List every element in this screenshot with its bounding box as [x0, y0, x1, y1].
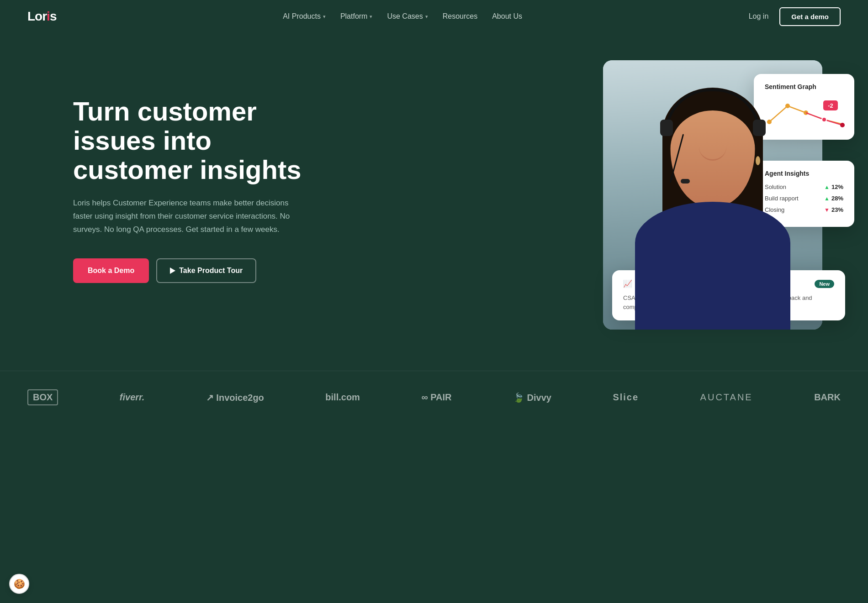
svg-point-3 [822, 117, 826, 122]
logo-auctane: AUCTANE [700, 392, 753, 403]
hero-section: Turn customer issues into customer insig… [0, 33, 868, 371]
trend-chart-icon: 📈 [623, 279, 632, 288]
logo-box: BOX [27, 389, 58, 405]
navbar: Loris AI Products ▾ Platform ▾ Use Cases… [0, 0, 868, 33]
svg-point-0 [767, 120, 772, 124]
nav-links: AI Products ▾ Platform ▾ Use Cases ▾ Res… [283, 12, 522, 21]
nav-about[interactable]: About Us [492, 12, 522, 21]
logo-pair: ∞ PAIR [421, 392, 451, 403]
get-demo-button[interactable]: Get a demo [779, 7, 841, 26]
logo[interactable]: Loris [27, 9, 56, 24]
book-demo-button[interactable]: Book a Demo [73, 258, 149, 283]
logo-billdotcom: bill.com [325, 392, 360, 403]
svg-point-4 [840, 123, 845, 127]
logo-fiverr: fiverr. [120, 392, 144, 403]
play-icon [170, 267, 175, 274]
trend-up-icon: ▲ [824, 195, 830, 202]
hero-left: Turn customer issues into customer insig… [73, 60, 329, 283]
nav-ai-products[interactable]: AI Products ▾ [283, 12, 326, 21]
nav-use-cases[interactable]: Use Cases ▾ [387, 12, 428, 21]
hero-title: Turn customer issues into customer insig… [73, 97, 329, 184]
logo-divvy: 🍃 Divvy [513, 392, 551, 403]
sentiment-chart: -2 [765, 97, 847, 129]
logo-bark: BARK [814, 392, 841, 403]
chevron-down-icon: ▾ [370, 14, 372, 20]
trend-up-icon: ▲ [824, 184, 830, 190]
agent-row-closing: Closing ▼ 23% [765, 206, 843, 213]
nav-resources[interactable]: Resources [443, 12, 477, 21]
logo-invoice2go: ↗ Invoice2go [206, 392, 264, 403]
nav-actions: Log in Get a demo [749, 7, 841, 26]
hero-right: Sentiment Graph -2 Agent Insights [603, 60, 841, 334]
logos-bar: BOX fiverr. ↗ Invoice2go bill.com ∞ PAIR… [0, 371, 868, 424]
chevron-down-icon: ▾ [323, 14, 326, 20]
trend-down-icon: ▼ [824, 207, 830, 213]
nav-platform[interactable]: Platform ▾ [340, 12, 373, 21]
svg-point-1 [785, 104, 790, 108]
sentiment-graph-card: Sentiment Graph -2 [754, 74, 854, 140]
logo-slice: Slice [613, 392, 639, 403]
sentiment-title: Sentiment Graph [765, 83, 843, 90]
svg-text:-2: -2 [828, 102, 833, 109]
login-button[interactable]: Log in [749, 12, 769, 21]
new-badge: New [815, 280, 834, 288]
hero-buttons: Book a Demo Take Product Tour [73, 258, 329, 283]
chevron-down-icon: ▾ [425, 14, 428, 20]
agent-row-solution: Solution ▲ 12% [765, 184, 843, 190]
agent-insights-title: Agent Insights [765, 170, 843, 177]
product-tour-button[interactable]: Take Product Tour [156, 258, 256, 283]
agent-row-rapport: Build rapport ▲ 28% [765, 195, 843, 202]
hero-description: Loris helps Customer Experience teams ma… [73, 197, 292, 236]
